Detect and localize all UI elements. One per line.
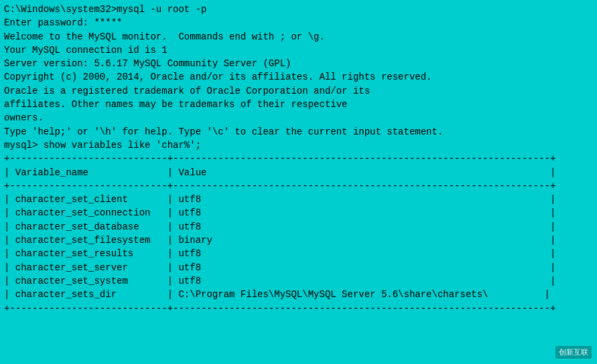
terminal-line-10: owners. (4, 111, 593, 124)
terminal-line-26: +----------------------------+----------… (4, 302, 593, 315)
terminal-line-1: Enter password: ***** (4, 16, 593, 29)
terminal-line-8: Oracle is a registered trademark of Orac… (4, 84, 593, 98)
terminal-window: C:\Windows\system32>mysql -u root -pEnte… (0, 0, 597, 364)
terminal-line-20: | character_set_database | utf8 | (4, 220, 593, 234)
terminal-line-16: | Variable_name | Value | (4, 166, 593, 179)
terminal-line-19: | character_set_connection | utf8 | (4, 206, 593, 219)
terminal-line-18: | character_set_client | utf8 | (4, 193, 593, 206)
terminal-line-17: +----------------------------+----------… (4, 179, 593, 193)
terminal-line-9: affiliates. Other names may be trademark… (4, 98, 593, 111)
watermark-badge: 创新互联 (555, 346, 592, 359)
terminal-line-2: Welcome to the MySQL monitor. Commands e… (4, 30, 593, 43)
terminal-line-12: Type 'help;' or '\h' for help. Type '\c'… (4, 125, 593, 139)
terminal-line-21: | character_set_filesystem | binary | (4, 234, 593, 247)
terminal-line-24: | character_set_system | utf8 | (4, 274, 593, 288)
terminal-line-15: +----------------------------+----------… (4, 152, 593, 165)
terminal-line-6: Copyright (c) 2000, 2014, Oracle and/or … (4, 70, 593, 84)
terminal-line-23: | character_set_server | utf8 | (4, 261, 593, 274)
terminal-line-22: | character_set_results | utf8 | (4, 247, 593, 260)
terminal-line-14: mysql> show variables like 'char%'; (4, 139, 593, 152)
terminal-line-25: | character_sets_dir | C:\Program Files\… (4, 288, 593, 301)
terminal-line-4: Server version: 5.6.17 MySQL Community S… (4, 57, 593, 70)
terminal-line-3: Your MySQL connection id is 1 (4, 43, 593, 57)
terminal-line-0: C:\Windows\system32>mysql -u root -p (4, 3, 593, 16)
